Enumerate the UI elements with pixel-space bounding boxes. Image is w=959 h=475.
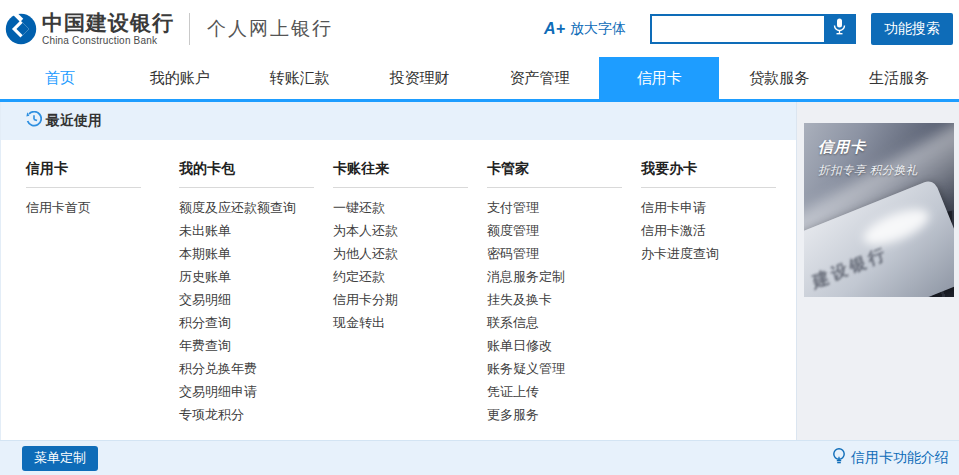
menu-item[interactable]: 专项龙积分 xyxy=(179,403,314,426)
menu-item[interactable]: 消息服务定制 xyxy=(487,265,622,288)
menu-item[interactable]: 一键还款 xyxy=(333,196,468,219)
search-group xyxy=(650,14,856,44)
menu-item[interactable]: 账单日修改 xyxy=(487,334,622,357)
right-sidebar: 建设银行 信用卡 折扣专享 积分换礼 xyxy=(796,102,959,440)
menu-column-title: 卡管家 xyxy=(487,160,622,178)
menu-item[interactable]: 交易明细申请 xyxy=(179,380,314,403)
menu-item[interactable]: 信用卡首页 xyxy=(26,196,141,219)
footer-bar: 菜单定制 信用卡功能介绍 xyxy=(0,440,959,475)
menu-item[interactable]: 为他人还款 xyxy=(333,242,468,265)
menu-item[interactable]: 信用卡申请 xyxy=(641,196,776,219)
tab-home[interactable]: 首页 xyxy=(0,57,120,99)
menu-customize-button[interactable]: 菜单定制 xyxy=(22,446,98,471)
menu-item[interactable]: 现金转出 xyxy=(333,311,468,334)
history-clock-icon xyxy=(26,111,42,131)
menu-item[interactable]: 额度管理 xyxy=(487,219,622,242)
header-divider xyxy=(189,13,190,45)
menu-item[interactable]: 支付管理 xyxy=(487,196,622,219)
menu-column-title: 我要办卡 xyxy=(641,160,776,178)
menu-item[interactable]: 信用卡分期 xyxy=(333,288,468,311)
menu-panel: 最近使用 信用卡 信用卡首页 我的卡包 额度及应还款额查询 未出账单 xyxy=(0,102,796,440)
voice-search-button[interactable] xyxy=(824,16,854,42)
menu-column-my-cards: 我的卡包 额度及应还款额查询 未出账单 本期账单 历史账单 交易明细 积分查询 … xyxy=(179,160,314,426)
menu-item[interactable]: 本期账单 xyxy=(179,242,314,265)
menu-item[interactable]: 积分查询 xyxy=(179,311,314,334)
menu-column-card-transactions: 卡账往来 一键还款 为本人还款 为他人还款 约定还款 信用卡分期 现金转出 xyxy=(333,160,468,426)
tab-asset-mgmt[interactable]: 资产管理 xyxy=(480,57,600,99)
page: 中国建设银行 China Construction Bank 个人网上银行 A+… xyxy=(0,0,959,475)
column-divider xyxy=(333,187,468,188)
column-divider xyxy=(487,187,622,188)
promo-subtitle: 折扣专享 积分换礼 xyxy=(818,163,918,178)
font-increase-icon: A+ xyxy=(544,20,565,38)
ccb-logo-icon xyxy=(5,13,37,45)
recently-used-label: 最近使用 xyxy=(46,112,102,130)
menu-column-title: 信用卡 xyxy=(26,160,141,178)
menu-item[interactable]: 凭证上传 xyxy=(487,380,622,403)
header-right: A+ 放大字体 功能搜索 xyxy=(544,13,959,45)
menu-item[interactable]: 密码管理 xyxy=(487,242,622,265)
promo-card-glare xyxy=(859,202,934,252)
tab-investment[interactable]: 投资理财 xyxy=(360,57,480,99)
feature-intro-link[interactable]: 信用卡功能介绍 xyxy=(832,448,949,468)
menu-item[interactable]: 历史账单 xyxy=(179,265,314,288)
recently-used-bar: 最近使用 xyxy=(1,102,796,140)
menu-item[interactable]: 账务疑义管理 xyxy=(487,357,622,380)
menu-item[interactable]: 积分兑换年费 xyxy=(179,357,314,380)
search-input[interactable] xyxy=(652,16,824,42)
bank-logo-text: 中国建设银行 China Construction Bank xyxy=(42,12,174,46)
menu-item[interactable]: 年费查询 xyxy=(179,334,314,357)
menu-item[interactable]: 信用卡激活 xyxy=(641,219,776,242)
menu-item[interactable]: 未出账单 xyxy=(179,219,314,242)
main-nav: 首页 我的账户 转账汇款 投资理财 资产管理 信用卡 贷款服务 生活服务 xyxy=(0,57,959,102)
menu-item[interactable]: 办卡进度查询 xyxy=(641,242,776,265)
menu-item[interactable]: 额度及应还款额查询 xyxy=(179,196,314,219)
tab-credit-card[interactable]: 信用卡 xyxy=(599,57,719,99)
tab-loan[interactable]: 贷款服务 xyxy=(719,57,839,99)
menu-column-apply-card: 我要办卡 信用卡申请 信用卡激活 办卡进度查询 xyxy=(641,160,776,426)
credit-card-promo-banner[interactable]: 建设银行 信用卡 折扣专享 积分换礼 xyxy=(804,123,954,297)
tab-my-account[interactable]: 我的账户 xyxy=(120,57,240,99)
column-divider xyxy=(26,187,141,188)
tab-life[interactable]: 生活服务 xyxy=(839,57,959,99)
menu-column-credit-card: 信用卡 信用卡首页 xyxy=(26,160,141,426)
function-search-button[interactable]: 功能搜索 xyxy=(871,13,953,45)
feature-intro-label: 信用卡功能介绍 xyxy=(851,449,949,467)
column-divider xyxy=(641,187,776,188)
header: 中国建设银行 China Construction Bank 个人网上银行 A+… xyxy=(0,0,959,57)
menu-item[interactable]: 约定还款 xyxy=(333,265,468,288)
menu-column-title: 卡账往来 xyxy=(333,160,468,178)
bank-name-en: China Construction Bank xyxy=(42,36,174,46)
bank-name: 中国建设银行 xyxy=(42,12,174,33)
lightbulb-icon xyxy=(832,448,846,468)
column-divider xyxy=(179,187,314,188)
portal-title: 个人网上银行 xyxy=(207,16,333,42)
menu-item[interactable]: 更多服务 xyxy=(487,403,622,426)
menu-item[interactable]: 联系信息 xyxy=(487,311,622,334)
font-zoom-button[interactable]: A+ 放大字体 xyxy=(544,20,626,38)
font-zoom-label: 放大字体 xyxy=(570,20,626,38)
tab-transfer[interactable]: 转账汇款 xyxy=(240,57,360,99)
credit-card-menu: 信用卡 信用卡首页 我的卡包 额度及应还款额查询 未出账单 本期账单 历史账单 … xyxy=(1,140,796,426)
microphone-icon xyxy=(833,18,846,39)
promo-card-embossed-text: 建设银行 xyxy=(810,242,891,294)
menu-column-card-manager: 卡管家 支付管理 额度管理 密码管理 消息服务定制 挂失及换卡 联系信息 账单日… xyxy=(487,160,622,426)
promo-title: 信用卡 xyxy=(818,138,866,157)
menu-item[interactable]: 挂失及换卡 xyxy=(487,288,622,311)
menu-item[interactable]: 为本人还款 xyxy=(333,219,468,242)
menu-item[interactable]: 交易明细 xyxy=(179,288,314,311)
main-area: 最近使用 信用卡 信用卡首页 我的卡包 额度及应还款额查询 未出账单 xyxy=(0,102,959,440)
menu-column-title: 我的卡包 xyxy=(179,160,314,178)
